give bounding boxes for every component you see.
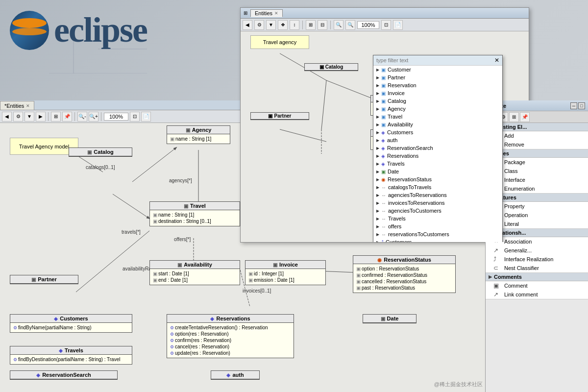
offers-label: offers[*] bbox=[174, 237, 191, 242]
reservation-status-title: ◉ ReservationStatus bbox=[353, 256, 455, 264]
toolbar-fwd-btn[interactable]: ▶ bbox=[36, 112, 46, 122]
auth-box[interactable]: ◈ auth bbox=[211, 370, 260, 380]
toolbar-zoomin-btn[interactable]: 🔍+ bbox=[89, 112, 98, 122]
travel-box[interactable]: ▣ Travel ▣name : String [1] ▣destination… bbox=[149, 201, 240, 226]
reservations-box[interactable]: ◈ Reservations ⚙createTentativeReservati… bbox=[167, 314, 294, 358]
ent-btn-1[interactable]: ◀ bbox=[243, 20, 252, 30]
eclipse-text: eclipse bbox=[54, 10, 147, 50]
ent-btn-4[interactable]: ❖ bbox=[278, 20, 288, 30]
type-filter-item[interactable]: ▶ ↔ agenciesToCustomers bbox=[373, 207, 502, 215]
type-filter-item[interactable]: ▶ ↔ agenciesToReservations bbox=[373, 191, 502, 199]
palette-pin-btn[interactable]: 📌 bbox=[520, 112, 530, 122]
travel-agency-model-label: Travel Agency model bbox=[19, 144, 69, 149]
travel-agency-model-box[interactable]: Travel Agency model bbox=[10, 138, 78, 155]
palette-item-interface-realization[interactable]: ⤴ Interface Realization bbox=[486, 255, 588, 264]
type-filter-item[interactable]: ▶ ▣ Catalog bbox=[373, 97, 502, 105]
toolbar-back-btn[interactable]: ◀ bbox=[2, 112, 12, 122]
type-filter-item[interactable]: ▶ ▣ Agency bbox=[373, 105, 502, 113]
type-filter-item[interactable]: ▶ ↔ Travels bbox=[373, 215, 502, 222]
type-filter-input[interactable] bbox=[376, 57, 484, 63]
ent-btn-export[interactable]: 📄 bbox=[393, 20, 403, 30]
type-filter-item[interactable]: ▶ ◈ auth bbox=[373, 136, 502, 144]
entities-zoom-input[interactable] bbox=[357, 21, 379, 29]
availability-title: ▣ Availability bbox=[150, 261, 240, 269]
palette-item-link-comment[interactable]: ↗ Link comment bbox=[486, 290, 588, 299]
type-filter-item[interactable]: ▶ ↔ reservationsToCustomers bbox=[373, 230, 502, 238]
interface-realization-icon: ⤴ bbox=[493, 256, 501, 263]
customers-bottom-box[interactable]: ◈ Customers ⚙findByName(partialName : St… bbox=[10, 314, 132, 333]
palette-item-comment[interactable]: ▣ Comment bbox=[486, 281, 588, 290]
palette-generalization-label: Generaliz... bbox=[504, 247, 532, 253]
type-filter-close[interactable]: ✕ bbox=[494, 57, 499, 64]
zoom-input[interactable]: 100% bbox=[104, 113, 128, 121]
invoice-box[interactable]: ▣ Invoice ▣id : Integer [1] ▣emission : … bbox=[245, 260, 326, 285]
type-filter-item[interactable]: ▶ ◈ ReservationSearch bbox=[373, 144, 502, 152]
type-filter-item[interactable]: ▶ ▣ Partner bbox=[373, 74, 502, 81]
tab-entities[interactable]: *Entities ✕ bbox=[0, 101, 34, 110]
palette-section-comments-header[interactable]: ▶ Comments bbox=[486, 273, 588, 281]
ent-btn-7[interactable]: ⊟ bbox=[318, 20, 327, 30]
toolbar-export-btn[interactable]: 📄 bbox=[141, 112, 151, 122]
toolbar-fit-btn[interactable]: ⊡ bbox=[130, 112, 140, 122]
catalog-title: ▣ Catalog bbox=[69, 148, 132, 156]
palette-item-generalization[interactable]: ↗ Generaliz... bbox=[486, 246, 588, 255]
palette-layout-btn[interactable]: ⊞ bbox=[509, 112, 519, 122]
entities-catalog-box[interactable]: ▣Catalog bbox=[304, 63, 358, 71]
reservation-status-box[interactable]: ◉ ReservationStatus ▣option : Reservatio… bbox=[353, 255, 456, 293]
entities-window: ⊞ Entities ✕ ◀ ⚙ ▼ ❖ ↕ ⊞ ⊟ 🔍 🔍 ⊡ 📄 bbox=[240, 7, 529, 243]
reservations-title: ◈ Reservations bbox=[167, 315, 294, 323]
type-filter-item[interactable]: ▶ ▣ Availability bbox=[373, 121, 502, 128]
date-title: ▣ Date bbox=[363, 315, 416, 323]
palette-class-label: Class bbox=[504, 168, 518, 174]
toolbar-zoomout-btn[interactable]: 🔍- bbox=[77, 112, 87, 122]
type-filter-item[interactable]: ▶ ◉ ReservationStatus bbox=[373, 175, 502, 183]
ent-btn-zoom-out[interactable]: 🔍 bbox=[334, 20, 343, 30]
palette-association-label: Association bbox=[504, 239, 532, 245]
palette-remove-label: Remove bbox=[504, 142, 524, 147]
catalog-box[interactable]: ▣ Catalog bbox=[69, 147, 132, 157]
type-filter-item[interactable]: ▶ ◈ Customers bbox=[373, 128, 502, 136]
palette-item-nest-classifier[interactable]: ⊂ Nest Classifier bbox=[486, 264, 588, 272]
type-filter-item[interactable]: ▶ ↔ catalogsToTravels bbox=[373, 183, 502, 191]
palette-maximize-btn[interactable]: □ bbox=[578, 102, 585, 109]
ent-btn-2[interactable]: ⚙ bbox=[254, 20, 264, 30]
type-filter-list: ▶ ▣ Customer ▶ ▣ Partner ▶ ▣ Reservation… bbox=[373, 66, 502, 242]
availability-box[interactable]: ▣ Availability ▣start : Date [1] ▣end : … bbox=[149, 260, 240, 285]
type-filter-item[interactable]: ▶ ▣ Reservation bbox=[373, 81, 502, 89]
entities-tab-close[interactable]: ✕ bbox=[274, 11, 278, 16]
type-filter-item[interactable]: ▶ ▣ Customer bbox=[373, 66, 502, 74]
type-filter-item[interactable]: ▶ ↔ invoicesToReservations bbox=[373, 199, 502, 207]
palette-minimize-btn[interactable]: ─ bbox=[570, 102, 577, 109]
partner-box[interactable]: ▣ Partner bbox=[10, 275, 78, 284]
ent-btn-6[interactable]: ⊞ bbox=[306, 20, 316, 30]
toolbar-gear-btn[interactable]: ⚙ bbox=[13, 112, 23, 122]
ent-btn-5[interactable]: ↕ bbox=[290, 20, 299, 30]
toolbar-pin-btn[interactable]: 📌 bbox=[62, 112, 72, 122]
reservation-search-box[interactable]: ◈ ReservationSearch bbox=[10, 370, 118, 380]
ent-btn-fit[interactable]: ⊡ bbox=[381, 20, 391, 30]
travels-class-title: ◈ Travels bbox=[10, 346, 132, 355]
type-filter-item[interactable]: ▶ ◈ Reservations bbox=[373, 152, 502, 160]
watermark: @稀土掘金技术社区 bbox=[434, 381, 483, 388]
entities-partner-box[interactable]: ▣Partner bbox=[250, 112, 309, 120]
agency-box[interactable]: ▣ Agency ▣name : String [1] bbox=[167, 125, 230, 144]
tab-entities-close[interactable]: ✕ bbox=[26, 103, 30, 108]
type-filter-item[interactable]: ▶ ↔ offers bbox=[373, 222, 502, 230]
travels-class-box[interactable]: ◈ Travels ⚙findByDestination(partialName… bbox=[10, 346, 132, 365]
type-filter-item[interactable]: ▶ ▣ Date bbox=[373, 168, 502, 175]
toolbar-layout-btn[interactable]: ⊞ bbox=[51, 112, 61, 122]
eclipse-logo: eclipse bbox=[10, 10, 147, 50]
toolbar-drop-btn[interactable]: ▼ bbox=[24, 112, 34, 122]
date-box[interactable]: ▣ Date bbox=[363, 314, 416, 323]
entities-travel-agency-box[interactable]: Travel agency bbox=[250, 35, 309, 49]
ent-btn-3[interactable]: ▼ bbox=[266, 20, 276, 30]
type-filter-item[interactable]: ▶ ▣ Invoice bbox=[373, 89, 502, 97]
travels-label: travels[*] bbox=[122, 229, 141, 235]
entities-tab[interactable]: Entities ✕ bbox=[250, 9, 283, 17]
svg-line-24 bbox=[321, 80, 326, 129]
type-filter-item[interactable]: ▶ ◈ Travels bbox=[373, 160, 502, 168]
type-filter-item[interactable]: ▶ ▣ Travel bbox=[373, 113, 502, 121]
type-filter-item[interactable]: ▶ ⤴ Customers bbox=[373, 238, 502, 242]
travels-class-body: ⚙findByDestination(partialName : String)… bbox=[10, 355, 132, 364]
ent-btn-zoom-in[interactable]: 🔍 bbox=[345, 20, 355, 30]
